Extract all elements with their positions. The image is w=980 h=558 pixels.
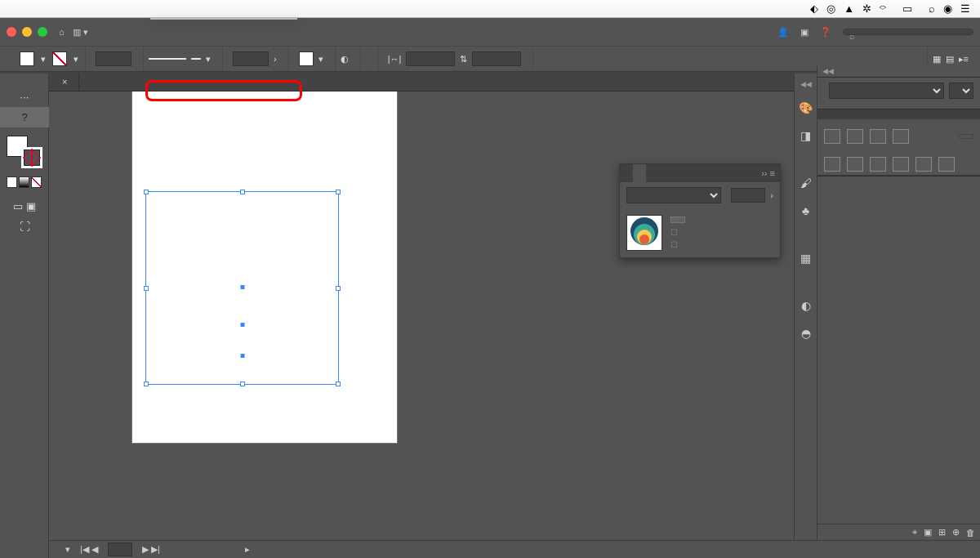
artboard-nav-input[interactable] [108, 542, 132, 556]
fill-stroke-control[interactable] [7, 136, 42, 168]
canvas[interactable] [49, 92, 794, 540]
sync-icon[interactable]: ◎ [826, 2, 835, 15]
outline-button[interactable] [915, 157, 932, 172]
color-guide-icon[interactable]: ◨ [798, 127, 814, 144]
anchor-point[interactable] [240, 354, 244, 358]
trim-button[interactable] [847, 157, 863, 172]
selection-handle[interactable] [240, 382, 245, 386]
color-panel-icon[interactable]: 🎨 [798, 100, 814, 116]
selection-bounding-box[interactable] [145, 191, 339, 385]
brush-line-icon [149, 58, 186, 60]
help-icon[interactable]: ❓ [820, 27, 831, 38]
arrange-docs-icon[interactable]: ▥ ▾ [73, 27, 88, 38]
status-bar: ▾ |◀ ◀ ▶ ▶| ▸ [49, 540, 980, 558]
user-icon[interactable]: 👤 [777, 27, 789, 38]
gradient-icon[interactable]: ▦ [798, 250, 814, 266]
selection-handle[interactable] [144, 190, 149, 194]
search-help-input[interactable] [843, 29, 973, 35]
fill-dropdown-icon[interactable]: ▾ [41, 54, 46, 65]
selection-handle[interactable] [240, 190, 245, 194]
minus-back-button[interactable] [938, 157, 955, 172]
panel-collapse-icon[interactable]: ›› ≡ [756, 164, 780, 182]
style-swatch[interactable] [299, 51, 314, 66]
brush-basic-badge[interactable] [191, 58, 201, 60]
cc-icon[interactable]: ▲ [844, 2, 854, 15]
transparency-thumb[interactable] [626, 215, 662, 251]
transparency-tab[interactable] [633, 164, 646, 182]
drawing-mode-row[interactable]: ▭ ▣ [0, 196, 49, 217]
stroke-swatch[interactable] [52, 51, 67, 66]
blend-mode-select[interactable] [626, 187, 721, 203]
unite-button[interactable] [824, 129, 840, 144]
stroke-weight-input[interactable] [96, 51, 131, 66]
crop-button[interactable] [893, 157, 909, 172]
minus-front-button[interactable] [847, 129, 863, 144]
tab-close-icon[interactable]: × [62, 77, 67, 87]
opacity-input[interactable] [233, 51, 269, 66]
fill-swatch[interactable] [20, 51, 34, 66]
color-mode-row [7, 176, 42, 188]
siri-icon[interactable]: ◉ [943, 2, 952, 15]
spotlight-icon[interactable]: ⌕ [929, 2, 935, 15]
stroke-weight-select[interactable] [829, 83, 944, 99]
panel-dock: ◀◀ 🎨 ◨ 🖌 ♣ ▦ ◐ ◓ [794, 74, 817, 540]
shape-width-input[interactable] [406, 51, 455, 66]
locate-layer-icon[interactable]: ⌖ [912, 527, 917, 538]
selection-handle[interactable] [336, 286, 341, 291]
shape-modes-label [817, 119, 980, 126]
selection-handle[interactable] [336, 190, 341, 194]
shape-link-icon[interactable]: ⇅ [460, 54, 467, 65]
recolor-icon[interactable]: ◐ [341, 54, 349, 65]
new-sublayer-icon[interactable]: ⊞ [938, 527, 946, 538]
artboard-next-icon[interactable]: ▶ ▶| [142, 544, 160, 555]
new-layer-icon[interactable]: ⊕ [952, 527, 960, 538]
stroke-box[interactable] [21, 147, 42, 168]
edit-toolbar-button[interactable]: ··· [0, 87, 49, 107]
dropbox-icon[interactable]: ⬖ [810, 2, 818, 15]
selection-handle[interactable] [144, 286, 149, 291]
delete-layer-icon[interactable]: 🗑 [966, 528, 975, 538]
symbols-icon[interactable]: ♣ [798, 203, 814, 219]
pathfinder-title[interactable] [817, 109, 980, 119]
stroke-cap-select[interactable] [949, 83, 973, 99]
make-mask-button[interactable] [670, 217, 685, 223]
merge-button[interactable] [870, 157, 886, 172]
window-minimize-button[interactable] [22, 27, 32, 37]
gradient-tab[interactable] [620, 164, 633, 182]
selection-handle[interactable] [144, 382, 149, 386]
color-mode-gradient[interactable] [19, 176, 29, 188]
arrange-panel-icon[interactable]: ▣ [800, 27, 808, 38]
graphic-styles-icon[interactable]: ◓ [798, 325, 814, 341]
home-icon[interactable]: ⌂ [59, 27, 65, 37]
make-clip-icon[interactable]: ▣ [924, 527, 932, 538]
shape-height-input[interactable] [472, 51, 521, 66]
anchor-point[interactable] [240, 323, 244, 327]
battery-icon[interactable]: ▭ [902, 2, 912, 15]
more-icon[interactable]: ▸≡ [959, 54, 969, 65]
wifi-icon[interactable]: ⌔ [880, 2, 886, 15]
stroke-panel-body [817, 78, 980, 109]
stroke-dropdown-icon[interactable]: ▾ [74, 54, 78, 65]
opacity-input-panel[interactable] [731, 188, 765, 203]
artboard-prev-icon[interactable]: |◀ ◀ [80, 544, 98, 555]
color-mode-none[interactable] [31, 176, 42, 188]
window-zoom-button[interactable] [38, 27, 47, 37]
divide-button[interactable] [824, 157, 840, 172]
transparency-panel[interactable]: ›› ≡ › ☐ ☐ [619, 163, 781, 258]
align-pixel-icon[interactable]: ▤ [946, 54, 954, 65]
exclude-button[interactable] [893, 129, 909, 144]
brushes-icon[interactable]: 🖌 [798, 175, 814, 191]
bluetooth-icon[interactable]: ✲ [862, 2, 871, 15]
isolate-icon[interactable]: ▦ [933, 54, 941, 65]
document-tab[interactable]: × [56, 74, 79, 90]
window-close-button[interactable] [7, 27, 16, 37]
screen-mode-button[interactable]: ⛶ [0, 217, 49, 237]
control-center-icon[interactable]: ☰ [960, 2, 970, 15]
anchor-point[interactable] [240, 285, 244, 289]
selection-handle[interactable] [336, 382, 341, 386]
unknown-tool-button[interactable]: ? [0, 107, 49, 127]
intersect-button[interactable] [870, 129, 886, 144]
color-mode-color[interactable] [7, 176, 17, 188]
shape-width-icon[interactable]: |↔| [388, 54, 402, 64]
appearance-icon[interactable]: ◐ [798, 297, 814, 314]
